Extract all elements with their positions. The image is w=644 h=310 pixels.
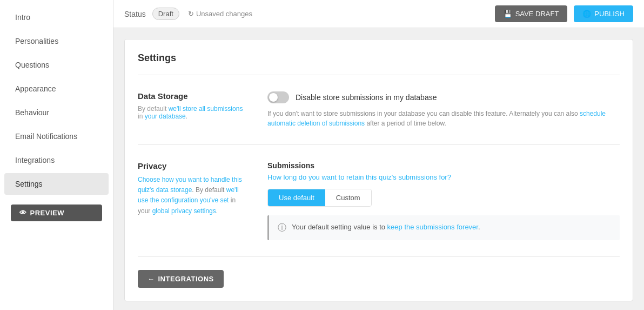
- tab-use-default[interactable]: Use default: [268, 189, 325, 206]
- sidebar: Intro Personalities Questions Appearance…: [0, 0, 113, 310]
- refresh-icon: ↻: [188, 10, 194, 18]
- toggle-thumb: [269, 93, 278, 102]
- data-storage-description: By default we'll store all submissions i…: [138, 105, 246, 120]
- data-storage-section: Data Storage By default we'll store all …: [138, 86, 620, 134]
- privacy-right: Submissions How long do you want to reta…: [267, 161, 620, 240]
- sidebar-item-personalities[interactable]: Personalities: [4, 30, 109, 52]
- privacy-description: Choose how you want to handle this quiz'…: [138, 175, 246, 216]
- data-storage-detail: If you don't want to store submissions i…: [267, 109, 620, 128]
- arrow-left-icon: ←: [147, 275, 155, 283]
- data-storage-left: Data Storage By default we'll store all …: [138, 91, 246, 128]
- integrations-button[interactable]: ← INTEGRATIONS: [138, 270, 224, 288]
- status-badge: Draft: [152, 8, 179, 20]
- sidebar-item-email-notifications[interactable]: Email Notifications: [4, 126, 109, 147]
- sidebar-item-questions[interactable]: Questions: [4, 54, 109, 76]
- data-storage-heading: Data Storage: [138, 91, 246, 101]
- submissions-section: Submissions How long do you want to reta…: [267, 161, 620, 240]
- divider-2: [138, 144, 620, 145]
- info-box: ⓘ Your default setting value is to keep …: [267, 215, 620, 240]
- schedule-link[interactable]: schedule automatic deletion of submissio…: [267, 110, 606, 127]
- eye-icon: 👁: [19, 209, 27, 217]
- toggle-label: Disable store submissions in my database: [296, 93, 437, 102]
- settings-card: Settings Data Storage By default we'll s…: [124, 39, 633, 301]
- save-draft-button[interactable]: 💾 SAVE DRAFT: [495, 5, 568, 22]
- retention-tab-group: Use default Custom: [267, 189, 372, 207]
- privacy-section: Privacy Choose how you want to handle th…: [138, 156, 620, 246]
- divider-3: [138, 256, 620, 257]
- data-storage-right: Disable store submissions in my database…: [267, 91, 620, 128]
- globe-icon: 🌐: [582, 10, 591, 18]
- divider-1: [138, 75, 620, 75]
- bottom-nav: ← INTEGRATIONS: [138, 270, 620, 288]
- sidebar-item-integrations[interactable]: Integrations: [4, 149, 109, 171]
- disable-storage-toggle[interactable]: [267, 91, 289, 103]
- card-title: Settings: [138, 52, 620, 64]
- sidebar-item-intro[interactable]: Intro: [4, 6, 109, 28]
- publish-button[interactable]: 🌐 PUBLISH: [574, 5, 633, 22]
- status-label: Status: [124, 10, 146, 18]
- sidebar-item-behaviour[interactable]: Behaviour: [4, 102, 109, 123]
- global-privacy-link[interactable]: global privacy settings: [152, 207, 216, 215]
- topbar: Status Draft ↻ Unsaved changes 💾 SAVE DR…: [113, 0, 644, 28]
- info-text: Your default setting value is to keep th…: [292, 222, 480, 233]
- save-icon: 💾: [504, 10, 512, 18]
- sidebar-item-settings[interactable]: Settings: [4, 173, 109, 195]
- preview-button[interactable]: 👁 PREVIEW: [11, 205, 102, 221]
- privacy-heading: Privacy: [138, 161, 246, 170]
- privacy-left: Privacy Choose how you want to handle th…: [138, 161, 246, 240]
- info-icon: ⓘ: [278, 222, 286, 234]
- toggle-row: Disable store submissions in my database: [267, 91, 620, 103]
- unsaved-changes: ↻ Unsaved changes: [188, 10, 252, 18]
- main-area: Status Draft ↻ Unsaved changes 💾 SAVE DR…: [113, 0, 644, 310]
- tab-custom[interactable]: Custom: [325, 189, 371, 206]
- submissions-heading: Submissions: [267, 161, 620, 170]
- sidebar-item-appearance[interactable]: Appearance: [4, 78, 109, 100]
- submissions-question: How long do you want to retain this quiz…: [267, 173, 620, 181]
- content-area: Settings Data Storage By default we'll s…: [113, 28, 644, 310]
